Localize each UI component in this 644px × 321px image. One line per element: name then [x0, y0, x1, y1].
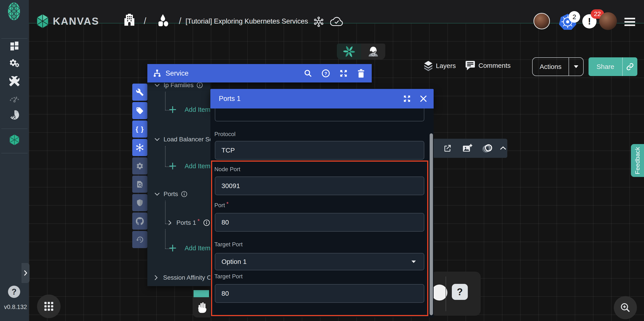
github-icon: [136, 217, 144, 225]
organization-icon[interactable]: [124, 14, 135, 27]
target-port-select[interactable]: Option 1: [215, 253, 424, 270]
braces-icon: { }: [136, 125, 144, 133]
section-label: Ports: [164, 191, 178, 198]
section-label: Load Balancer So: [164, 136, 210, 143]
open-in-new-icon[interactable]: [443, 144, 452, 153]
design-title[interactable]: [Tutorial] Exploring Kubernetes Services: [186, 17, 308, 25]
layers-icon: [424, 60, 433, 71]
layer5-logo[interactable]: [7, 2, 21, 21]
actions-caret[interactable]: [569, 65, 583, 68]
app-header: KANVAS / / [Tutorial] Exploring Kubernet…: [0, 0, 644, 23]
ports-modal-header[interactable]: Ports 1: [210, 89, 434, 108]
protocol-value: TCP: [222, 146, 235, 154]
menu-button[interactable]: [624, 18, 635, 26]
ai-assistant-button[interactable]: [337, 44, 361, 60]
dock-help-button[interactable]: ?: [452, 284, 468, 300]
tool-labels[interactable]: [132, 102, 147, 119]
service-toolbar[interactable]: Service ?: [147, 64, 372, 82]
add-image-icon[interactable]: [462, 144, 472, 153]
sidebar-item-kanvas[interactable]: [9, 134, 20, 146]
copy-link-button[interactable]: [623, 63, 637, 70]
info-icon[interactable]: [181, 191, 187, 197]
question-glyph: ?: [457, 286, 463, 297]
sidebar-item-performance[interactable]: [9, 92, 20, 103]
info-icon[interactable]: [196, 82, 203, 88]
chevron-up-icon[interactable]: [500, 146, 506, 150]
expand-modal-icon[interactable]: [403, 95, 411, 103]
edge-tool-active[interactable]: [194, 290, 209, 297]
section-session-affinity[interactable]: Session Affinity Co: [154, 274, 210, 281]
feedback-label: Feedback: [634, 147, 641, 174]
section-ip-families[interactable]: Ip Families: [154, 82, 203, 89]
target-port-selected-value: Option 1: [222, 258, 246, 265]
node-port-input[interactable]: 30091: [215, 177, 424, 195]
comments-button[interactable]: Comments: [465, 60, 511, 71]
field-label-protocol: Protocol: [214, 131, 236, 138]
ports-modal-body: Protocol TCP Node Port 30091 Port* 80 Ta…: [210, 108, 434, 317]
help-circle-icon[interactable]: ?: [322, 69, 330, 78]
share-button[interactable]: Share: [588, 57, 637, 76]
tool-settings-disabled: [132, 157, 147, 175]
motion-circles-icon[interactable]: [482, 143, 494, 153]
tool-github-disabled: [132, 213, 147, 230]
help-button[interactable]: ?: [8, 286, 20, 298]
feedback-tab[interactable]: Feedback: [631, 144, 644, 177]
dot-grid-icon: [44, 301, 54, 312]
kanvas-logo[interactable]: KANVAS: [36, 13, 99, 29]
actions-button[interactable]: Actions: [532, 57, 584, 76]
add-item-button-ip-families[interactable]: Add Item: [169, 106, 210, 114]
chevron-down-icon: [154, 192, 160, 196]
widgets-button[interactable]: [37, 294, 60, 318]
node-port-value: 30091: [222, 182, 240, 190]
port-value: 80: [222, 219, 229, 226]
zoom-in-icon: [620, 302, 631, 313]
sidebar-expand-tab[interactable]: [22, 263, 30, 283]
info-icon[interactable]: [203, 219, 210, 226]
hand-pan-icon: [197, 302, 208, 313]
tool-inspect-disabled: [132, 176, 147, 193]
modal-scrollbar[interactable]: [430, 133, 433, 315]
user-avatar[interactable]: [599, 12, 617, 30]
chevron-down-icon: [154, 138, 160, 141]
tool-security-disabled: [132, 194, 147, 211]
gear-icon: [136, 162, 144, 170]
field-label-target-port-2: Target Port: [214, 273, 242, 280]
section-ports[interactable]: Ports: [154, 191, 187, 198]
collaborator-avatar[interactable]: [534, 13, 550, 29]
close-icon[interactable]: [420, 95, 427, 102]
tool-shapes[interactable]: [132, 84, 147, 101]
section-load-balancer[interactable]: Load Balancer So: [154, 136, 210, 143]
item-ports-1[interactable]: Ports 1 *: [168, 219, 210, 226]
tool-relationships[interactable]: [132, 139, 147, 156]
sidebar-item-lifecycle[interactable]: [9, 58, 20, 68]
port-input[interactable]: 80: [215, 213, 424, 232]
zoom-button[interactable]: [614, 296, 637, 319]
hamburger-icon: [624, 18, 635, 19]
target-port-input[interactable]: 80: [215, 284, 424, 303]
search-icon[interactable]: [304, 69, 312, 78]
add-item-button-load-balancer[interactable]: Add Item: [169, 162, 210, 170]
shape-circle-tool[interactable]: [432, 284, 448, 300]
delete-icon[interactable]: [357, 69, 365, 78]
caret-down-icon: [574, 65, 578, 68]
sidebar-item-configuration[interactable]: [9, 76, 20, 87]
history-icon: [136, 236, 144, 244]
expand-icon[interactable]: [339, 69, 348, 78]
sidebar-item-extensions[interactable]: [9, 109, 20, 120]
kanvas-gem-icon: [36, 13, 50, 29]
notifications-button[interactable]: ! 22: [582, 14, 596, 29]
cloud-saved-icon[interactable]: [330, 17, 343, 27]
scrolled-field-partial[interactable]: [215, 108, 424, 121]
sidebar-item-dashboard[interactable]: [10, 41, 19, 51]
shapes-icon[interactable]: [157, 14, 169, 27]
hub-icon[interactable]: [313, 17, 324, 27]
environment-k8s-button[interactable]: 2: [559, 13, 576, 31]
pan-tool-button[interactable]: [193, 297, 212, 317]
protocol-input[interactable]: TCP: [215, 141, 424, 159]
tool-json[interactable]: { }: [132, 120, 147, 138]
support-agent-button[interactable]: [361, 44, 385, 60]
breadcrumb-separator-2: /: [179, 16, 181, 26]
layers-button[interactable]: Layers: [424, 60, 456, 71]
target-port-value: 80: [222, 290, 229, 297]
add-item-button-ports[interactable]: Add Item: [169, 244, 210, 252]
